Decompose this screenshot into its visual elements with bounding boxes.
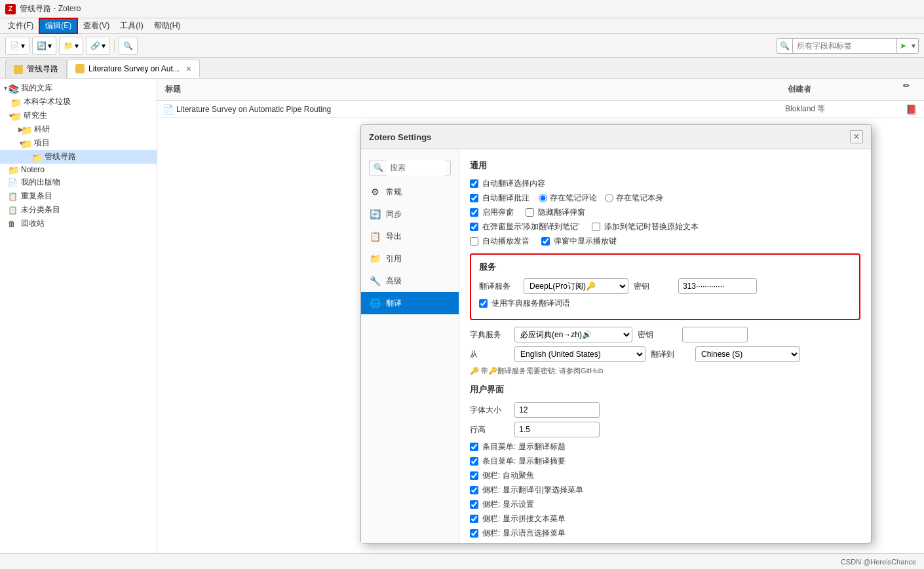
sidebar-label-pipe-routing: 管线寻路 [45,151,76,162]
radio-save-comment[interactable]: 存在笔记评论 [539,193,597,204]
sidebar-label-trash: 回收站 [21,218,45,229]
advanced-icon: 🔧 [369,275,381,287]
search-down-icon[interactable]: ▾ [909,41,918,50]
row-creator: Blokland 等 [785,103,903,115]
export-icon: 📋 [369,230,381,242]
dict-secret-input[interactable] [682,327,748,342]
checkbox-auto-speech[interactable] [470,237,478,246]
leaf-uncat-icon [0,206,8,214]
radio-save-body[interactable]: 存在笔记本身 [605,193,663,204]
checkbox-sidebar-settings[interactable] [470,500,478,509]
menu-help[interactable]: 帮助(H) [149,19,186,33]
checkbox-sidebar-autofocus[interactable] [470,471,478,480]
leaf-trash-icon [0,220,8,228]
tab-collection-icon [14,65,23,74]
tab-survey[interactable]: Literature Survey on Aut... × [67,60,200,78]
checkbox-hide-popup[interactable] [526,208,534,217]
modal-close-button[interactable]: × [850,130,863,143]
nav-item-sync[interactable]: 🔄 同步 [361,203,459,225]
label-auto-speech: 自动播放发音 [482,236,529,247]
sidebar-label-research: 科研 [34,124,50,135]
checkbox-enable-popup[interactable] [470,208,478,217]
expand-icon: ▾ [0,84,8,92]
nav-label-translate: 翻译 [386,298,402,309]
line-height-input[interactable] [514,422,600,437]
checkbox-show-add-notes[interactable] [470,223,478,231]
sidebar-item-uncat[interactable]: 📋 未分类条目 [0,203,157,217]
file-button[interactable]: 📁 ▾ [59,37,83,55]
dict-service-select[interactable]: 必应词典(en→zh)🔊 [514,327,632,342]
search-go-icon[interactable]: ➤ [897,41,909,50]
line-height-label: 行高 [470,424,509,435]
content-header: 标题 创建者 ✏ [157,79,924,101]
sidebar-item-pipe-routing[interactable]: 📁 管线寻路 [0,150,157,164]
checkbox-sidebar-lang[interactable] [470,529,478,538]
new-item-arrow: ▾ [21,41,25,50]
setting-auto-translate-sel: 自动翻译选择内容 [470,178,860,189]
general-icon: ⚙ [369,186,381,198]
leaf-icon [0,98,10,106]
trash-icon: 🗑 [8,219,18,229]
label-show-add-notes: 在弹窗显示'添加翻译到笔记' [482,221,580,232]
to-language-select[interactable]: Chinese (S) [695,346,800,362]
radio-comment-input[interactable] [539,194,547,202]
menu-edit[interactable]: 编辑(E) [39,18,78,34]
setting-sidebar-settings: 侧栏: 显示设置 [470,499,860,510]
folder-icon-research: 📁 [21,125,31,134]
nav-item-advanced[interactable]: 🔧 高级 [361,270,459,292]
new-item-button[interactable]: 📄 ▾ [5,37,29,55]
sidebar-item-trash[interactable]: 🗑 回收站 [0,217,157,230]
sidebar-item-trash-papers[interactable]: 📁 本科学术垃圾 [0,95,157,109]
nav-item-cite[interactable]: 📁 引用 [361,248,459,270]
tab-close-button[interactable]: × [186,64,191,73]
label-use-dict: 使用字典服务翻译词语 [491,298,570,309]
radio-body-input[interactable] [605,194,613,202]
search-toolbar-icon: 🔍 [123,41,133,50]
secret-key-input[interactable] [678,278,757,294]
library-icon: 📚 [8,84,18,93]
nav-item-translate[interactable]: 🌐 翻译 [361,292,459,314]
checkbox-sidebar-copy[interactable] [470,515,478,523]
checkbox-sidebar-translate-ref[interactable] [470,486,478,494]
menu-tools[interactable]: 工具(I) [115,19,148,33]
sidebar-item-research[interactable]: ▶ 📁 科研 [0,122,157,136]
table-row[interactable]: 📄 Literature Survey on Automatic Pipe Ro… [157,101,924,118]
line-height-row: 行高 [470,422,860,437]
menu-file[interactable]: 文件(F) [3,19,39,33]
service-section-title: 服务 [479,261,851,273]
sync-button[interactable]: 🔄 ▾ [32,37,56,55]
checkbox-auto-translate-sel[interactable] [470,179,478,188]
from-language-select[interactable]: English (United States) [514,346,645,362]
sidebar-item-my-library[interactable]: ▾ 📚 我的文库 [0,81,157,95]
search-toolbar-button[interactable]: 🔍 [119,37,138,55]
key-hint-icon: 🔑 [470,367,479,375]
tab-collection[interactable]: 管线寻路 [5,60,67,78]
checkbox-use-dict[interactable] [479,299,488,308]
nav-item-export[interactable]: 📋 导出 [361,225,459,248]
translate-service-select[interactable]: DeepL(Pro订阅)🔑 [524,278,628,294]
setting-show-add-notes: 在弹窗显示'添加翻译到笔记' 添加到笔记时替换原始文本 [470,221,860,232]
translate-service-label: 翻译服务 [479,281,518,292]
search-input[interactable] [792,38,897,54]
checkbox-context-title[interactable] [470,443,478,451]
uncat-icon: 📋 [8,206,18,215]
sidebar-item-dup[interactable]: 📋 重复条目 [0,189,157,203]
row-attachment: 📕 [903,104,919,115]
menu-view[interactable]: 查看(V) [78,19,115,33]
pdf-icon: 📕 [906,104,917,115]
row-title-text: Literature Survey on Automatic Pipe Rout… [176,105,331,114]
checkbox-context-summary[interactable] [470,457,478,466]
checkbox-auto-translate-notes[interactable] [470,194,478,202]
modal-search-input[interactable] [386,160,446,175]
sidebar-item-projects[interactable]: ▾ 📁 项目 [0,136,157,150]
sidebar-item-notero[interactable]: 📁 Notero [0,164,157,175]
sidebar-item-grad[interactable]: ▾ 📁 研究生 [0,109,157,122]
label-auto-translate-notes: 自动翻译批注 [482,193,529,204]
checkbox-replace-on-add[interactable] [592,223,600,231]
link-button[interactable]: 🔗 ▾ [86,37,110,55]
sidebar-item-my-pub[interactable]: 📄 我的出版物 [0,175,157,189]
checkbox-show-speech-btn[interactable] [541,237,550,246]
folder-icon-pipe: 📁 [31,153,42,162]
nav-item-general[interactable]: ⚙ 常规 [361,181,459,203]
font-size-input[interactable] [514,402,600,418]
